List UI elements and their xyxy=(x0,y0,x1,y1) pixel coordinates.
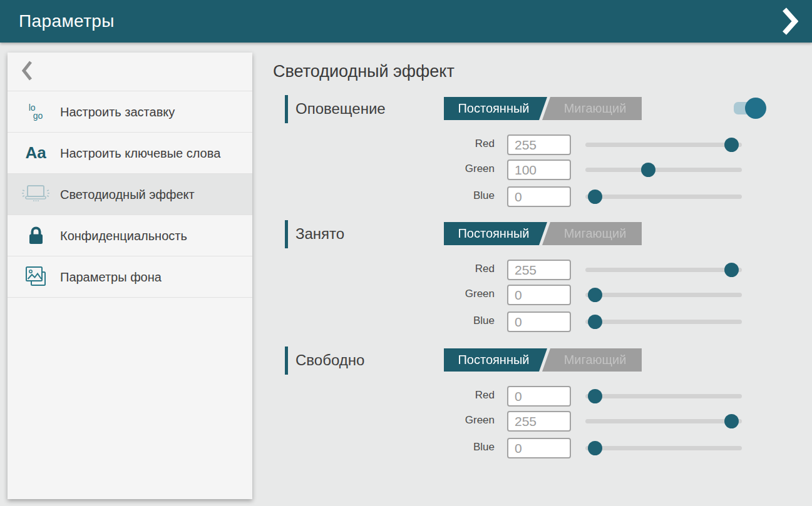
channel-label: Green xyxy=(369,288,495,300)
section-page-title: Светодиодный эффект xyxy=(273,62,455,81)
slider-thumb[interactable] xyxy=(724,138,739,152)
sidebar-back-button[interactable] xyxy=(8,53,252,91)
channel-label: Blue xyxy=(369,441,495,453)
channel-label: Green xyxy=(369,163,495,175)
sidebar-item-label: Конфиденциальность xyxy=(60,227,187,245)
lock-icon xyxy=(28,226,44,245)
slider-thumb[interactable] xyxy=(588,389,602,403)
title-bar: Параметры xyxy=(0,0,812,43)
channel-slider[interactable] xyxy=(585,134,742,155)
slider-thumb[interactable] xyxy=(588,288,602,302)
mode-option-blinking[interactable]: Мигающий xyxy=(542,222,642,245)
slider-track xyxy=(585,195,742,199)
section-accent-bar xyxy=(285,95,288,123)
slider-track xyxy=(585,446,742,450)
sidebar-item-label: Настроить заставку xyxy=(60,103,175,121)
channel-label: Red xyxy=(369,138,495,150)
section-title: Оповещение xyxy=(296,99,386,119)
mode-option-blinking[interactable]: Мигающий xyxy=(542,97,642,120)
channel-label: Red xyxy=(369,263,495,275)
channel-label: Green xyxy=(369,414,495,427)
slider-track xyxy=(585,143,742,147)
sidebar-item[interactable]: Светодиодный эффект xyxy=(8,174,252,215)
channel-value-input[interactable] xyxy=(507,159,571,180)
slider-track xyxy=(585,320,742,324)
sidebar-item-list: logo Настроить заставку Aa Настроить клю… xyxy=(8,91,252,298)
channel-slider[interactable] xyxy=(585,260,742,280)
slider-track xyxy=(585,394,742,398)
sidebar-item-label: Светодиодный эффект xyxy=(60,186,195,203)
channel-slider[interactable] xyxy=(585,285,742,305)
sidebar-item-label: Параметры фона xyxy=(60,268,162,286)
enable-toggle-switch[interactable] xyxy=(734,98,766,119)
mode-option-constant[interactable]: Постоянный xyxy=(444,97,547,120)
lock-icon xyxy=(20,226,51,245)
mode-option-constant[interactable]: Постоянный xyxy=(444,222,547,245)
page-title: Параметры xyxy=(19,11,115,31)
logo-text-icon: logo xyxy=(20,104,51,120)
aa-icon: Aa xyxy=(20,143,51,163)
slider-thumb[interactable] xyxy=(641,163,655,177)
channel-slider[interactable] xyxy=(585,438,742,458)
slider-thumb[interactable] xyxy=(588,190,602,204)
sidebar-item-label: Настроить ключевые слова xyxy=(60,144,220,162)
mode-toggle-group: Постоянный Мигающий xyxy=(444,97,642,120)
mode-toggle-group: Постоянный Мигающий xyxy=(444,348,642,372)
images-icon xyxy=(20,265,51,288)
channel-slider[interactable] xyxy=(585,186,742,207)
channel-slider[interactable] xyxy=(585,411,742,432)
sidebar-item[interactable]: logo Настроить заставку xyxy=(8,91,252,133)
monitor-icon xyxy=(21,184,51,205)
monitor-icon xyxy=(20,184,51,205)
slider-thumb[interactable] xyxy=(588,441,602,455)
channel-value-input[interactable] xyxy=(507,134,571,155)
channel-label: Red xyxy=(369,389,495,402)
channel-value-input[interactable] xyxy=(507,411,571,432)
slider-thumb[interactable] xyxy=(588,315,602,329)
aa-icon: Aa xyxy=(25,143,46,163)
section-accent-bar xyxy=(285,220,288,248)
slider-thumb[interactable] xyxy=(724,414,739,428)
channel-label: Blue xyxy=(369,190,495,202)
sidebar-item[interactable]: Aa Настроить ключевые слова xyxy=(8,133,252,174)
section-title: Свободно xyxy=(296,350,364,370)
slider-thumb[interactable] xyxy=(724,263,739,277)
channel-value-input[interactable] xyxy=(507,311,571,332)
switch-knob xyxy=(745,98,766,119)
section-accent-bar xyxy=(285,347,288,375)
channel-value-input[interactable] xyxy=(507,285,571,305)
mode-option-blinking[interactable]: Мигающий xyxy=(542,348,642,372)
settings-sidebar: logo Настроить заставку Aa Настроить клю… xyxy=(8,53,252,499)
slider-track xyxy=(585,419,742,423)
channel-slider[interactable] xyxy=(585,386,742,407)
settings-app: Параметры logo Настроить заставку Aa Нас… xyxy=(0,0,812,506)
section-title: Занято xyxy=(296,224,344,244)
channel-label: Blue xyxy=(369,315,495,327)
slider-track xyxy=(585,168,742,172)
channel-value-input[interactable] xyxy=(507,186,571,207)
channel-value-input[interactable] xyxy=(507,260,571,280)
channel-slider[interactable] xyxy=(585,159,742,180)
chevron-right-icon[interactable] xyxy=(782,7,798,36)
sidebar-item[interactable]: Конфиденциальность xyxy=(8,215,252,256)
slider-track xyxy=(585,268,742,272)
images-icon xyxy=(24,265,48,288)
channel-slider[interactable] xyxy=(585,311,742,332)
chevron-left-icon xyxy=(21,60,33,84)
sidebar-item[interactable]: Параметры фона xyxy=(8,256,252,298)
mode-option-constant[interactable]: Постоянный xyxy=(444,348,547,372)
channel-value-input[interactable] xyxy=(507,438,571,458)
logo-text-icon: logo xyxy=(29,104,43,120)
mode-toggle-group: Постоянный Мигающий xyxy=(444,222,642,245)
slider-track xyxy=(585,293,742,297)
channel-value-input[interactable] xyxy=(507,386,571,407)
